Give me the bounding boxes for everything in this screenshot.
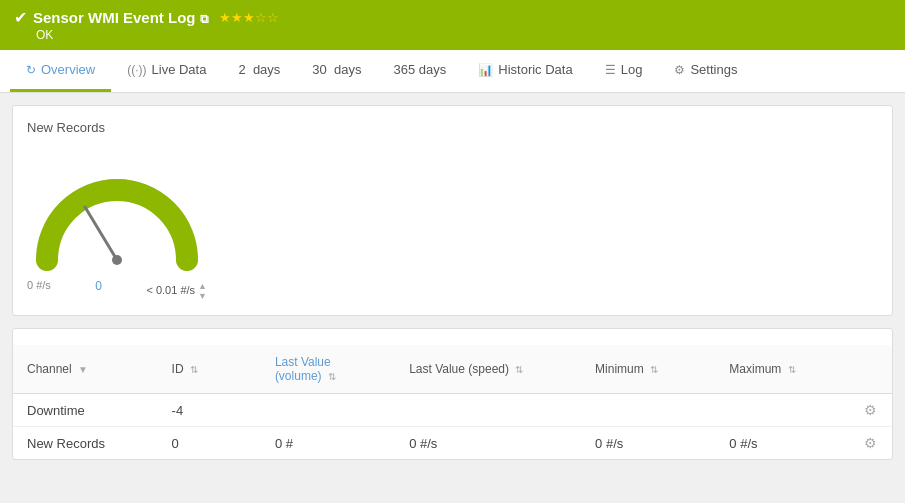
col-header-lastvalue[interactable]: Last Value(volume) ⇅ <box>261 345 395 394</box>
tab-log-label: Log <box>621 62 643 77</box>
tab-2days-label: 2 days <box>238 62 280 77</box>
gauge-sort-icons: ▲ ▼ <box>198 281 207 301</box>
gauge-labels: 0 #/s 0 < 0.01 #/s ▲ ▼ <box>27 279 207 301</box>
cell-channel: Downtime <box>13 394 158 427</box>
cell-maximum <box>715 394 849 427</box>
table-row: New Records00 #0 #/s0 #/s0 #/s⚙ <box>13 427 892 460</box>
lastvalue-sort-icon: ⇅ <box>328 371 336 382</box>
gauge-wrapper: 0 #/s 0 < 0.01 #/s ▲ ▼ <box>27 145 207 301</box>
tab-live-data[interactable]: ((·)) Live Data <box>111 50 222 92</box>
gauge-container: 0 #/s 0 < 0.01 #/s ▲ ▼ <box>27 145 878 301</box>
cell-id: -4 <box>158 394 261 427</box>
rating-stars[interactable]: ★★★☆☆ <box>219 10 279 25</box>
nav-tabs: ↻ Overview ((·)) Live Data 2 days 30 day… <box>0 50 905 93</box>
header-title-italic: Sensor <box>33 9 84 26</box>
header: ✔ Sensor WMI Event Log ⧉ ★★★☆☆ OK <box>0 0 905 50</box>
cell-channel: New Records <box>13 427 158 460</box>
cell-id: 0 <box>158 427 261 460</box>
tab-settings-label: Settings <box>690 62 737 77</box>
table-card: Channel ▼ ID ⇅ Last Value(volume) ⇅ Last… <box>12 328 893 460</box>
table-header-row: Channel ▼ ID ⇅ Last Value(volume) ⇅ Last… <box>13 345 892 394</box>
tab-365days[interactable]: 365 days <box>378 50 463 92</box>
cell-lastvalue <box>261 394 395 427</box>
overview-icon: ↻ <box>26 63 36 77</box>
svg-point-1 <box>112 255 122 265</box>
cell-minimum: 0 #/s <box>581 427 715 460</box>
status-ok-label: OK <box>36 28 279 42</box>
col-header-minimum[interactable]: Minimum ⇅ <box>581 345 715 394</box>
tab-historic-data[interactable]: 📊 Historic Data <box>462 50 588 92</box>
tab-settings[interactable]: ⚙ Settings <box>658 50 753 92</box>
cell-lastvalue-speed: 0 #/s <box>395 427 581 460</box>
cell-action: ⚙ <box>850 427 892 460</box>
col-header-id[interactable]: ID ⇅ <box>158 345 261 394</box>
tab-30days[interactable]: 30 days <box>296 50 377 92</box>
tab-historic-data-label: Historic Data <box>498 62 572 77</box>
col-header-action <box>850 345 892 394</box>
tab-live-data-label: Live Data <box>152 62 207 77</box>
tab-log[interactable]: ☰ Log <box>589 50 659 92</box>
data-table: Channel ▼ ID ⇅ Last Value(volume) ⇅ Last… <box>13 345 892 459</box>
lastvalue-speed-sort-icon: ⇅ <box>515 364 523 375</box>
maximum-sort-icon: ⇅ <box>788 364 796 375</box>
cell-lastvalue: 0 # <box>261 427 395 460</box>
table-row: Downtime-4⚙ <box>13 394 892 427</box>
external-link-icon[interactable]: ⧉ <box>200 12 209 26</box>
minimum-sort-icon: ⇅ <box>650 364 658 375</box>
cell-minimum <box>581 394 715 427</box>
tab-365days-label: 365 days <box>394 62 447 77</box>
col-header-lastvalue-speed[interactable]: Last Value (speed) ⇅ <box>395 345 581 394</box>
id-sort-icon: ⇅ <box>190 364 198 375</box>
settings-icon: ⚙ <box>674 63 685 77</box>
gauge-sort-up-icon[interactable]: ▲ <box>198 281 207 291</box>
cell-lastvalue-speed <box>395 394 581 427</box>
channel-sort-icon: ▼ <box>78 364 88 375</box>
gear-button[interactable]: ⚙ <box>864 402 877 418</box>
cell-maximum: 0 #/s <box>715 427 849 460</box>
tab-overview[interactable]: ↻ Overview <box>10 50 111 92</box>
gauge-sort-down-icon[interactable]: ▼ <box>198 291 207 301</box>
tab-overview-label: Overview <box>41 62 95 77</box>
header-title-rest: WMI Event Log <box>84 9 196 26</box>
svg-line-0 <box>85 207 117 260</box>
gauge-label-current: 0 <box>95 279 102 301</box>
cell-action: ⚙ <box>850 394 892 427</box>
gear-button[interactable]: ⚙ <box>864 435 877 451</box>
col-header-maximum[interactable]: Maximum ⇅ <box>715 345 849 394</box>
col-header-channel[interactable]: Channel ▼ <box>13 345 158 394</box>
main-content: New Records 0 #/s 0 < 0.01 #/s <box>0 93 905 472</box>
gauge-card-title: New Records <box>27 120 878 135</box>
log-icon: ☰ <box>605 63 616 77</box>
gauge-card: New Records 0 #/s 0 < 0.01 #/s <box>12 105 893 316</box>
tab-30days-label: 30 days <box>312 62 361 77</box>
tab-2days[interactable]: 2 days <box>222 50 296 92</box>
historic-data-icon: 📊 <box>478 63 493 77</box>
status-check-icon: ✔ <box>14 8 27 27</box>
gauge-label-max: < 0.01 #/s <box>146 284 195 296</box>
gauge-svg <box>27 145 207 275</box>
header-title: Sensor WMI Event Log ⧉ <box>33 9 209 26</box>
live-data-icon: ((·)) <box>127 63 146 77</box>
gauge-label-min: 0 #/s <box>27 279 51 301</box>
